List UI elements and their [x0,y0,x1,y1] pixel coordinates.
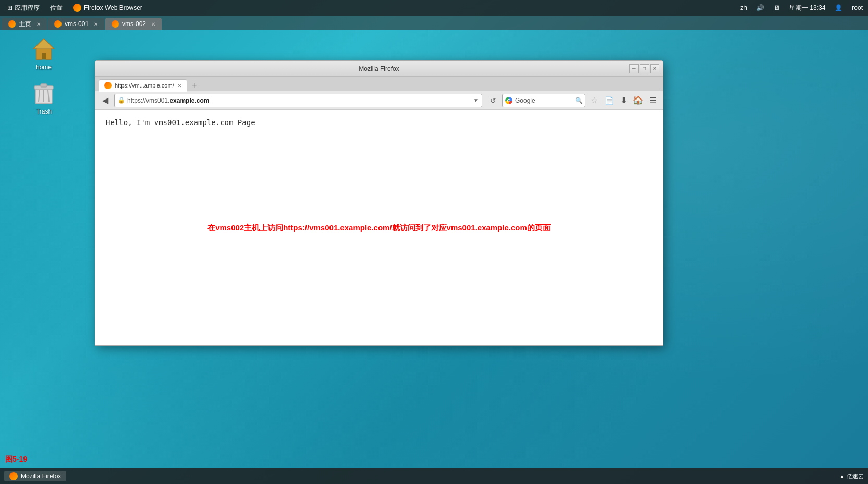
yidianyun-label: 亿速云 [847,473,864,480]
os-tab-vms002[interactable]: vms-002 ✕ [105,18,162,30]
os-tabs-bar: 主页 ✕ vms-001 ✕ vms-002 ✕ [0,16,868,30]
search-bar[interactable]: G Google 🔍 [502,94,585,107]
google-icon: G [505,97,512,104]
address-dropdown-icon[interactable]: ▼ [473,97,479,103]
page-hello-text: Hello, I'm vms001.example.com Page [106,118,652,127]
search-input-text: Google [515,97,573,104]
browser-tabs-bar: https://vm...ample.com/ ✕ + [95,77,663,91]
os-tab-vms001-close[interactable]: ✕ [94,21,98,27]
window-maximize-button[interactable]: □ [640,64,649,73]
svg-rect-5 [41,84,47,87]
browser-tab-label: https://vm...ample.com/ [115,82,174,89]
browser-tab-favicon [104,82,112,89]
lang-indicator[interactable]: zh [738,4,749,11]
location-menu-button[interactable]: 位置 [46,3,67,14]
taskbar-top-right: zh 🔊 🖥 星期一 13:34 👤 root [738,4,865,13]
browser-tab-close[interactable]: ✕ [177,83,181,89]
page-annotation-text: 在vms002主机上访问https://vms001.example.com/就… [207,223,551,233]
download-button[interactable]: ⬇ [617,94,630,107]
menu-button[interactable]: ☰ [646,94,659,107]
new-tab-button[interactable]: + [188,80,201,91]
yidianyun-symbol: ▲ [839,473,845,479]
taskbar-firefox-label: Firefox Web Browser [84,4,142,11]
address-domain: example.com [169,97,209,104]
address-text: https://vms001.example.com [127,97,471,104]
taskbar-top: ⊞ 应用程序 位置 Firefox Web Browser zh 🔊 🖥 星期一… [0,0,868,16]
browser-titlebar: Mozilla Firefox ─ □ ✕ [95,61,663,77]
bookmark-star-button[interactable]: ☆ [588,94,601,107]
os-tab-vms002-icon [112,20,119,28]
home-button[interactable]: 🏠 [631,94,645,107]
browser-window: Mozilla Firefox ─ □ ✕ https://vm...ample… [95,60,663,346]
window-close-button[interactable]: ✕ [650,64,659,73]
os-tab-home-close[interactable]: ✕ [36,21,41,27]
os-tab-home-label: 主页 [19,20,31,29]
taskbar-bottom-right: ▲ 亿速云 [839,473,864,480]
os-tab-vms001-label: vms-001 [65,20,89,28]
taskbar-top-left: ⊞ 应用程序 位置 Firefox Web Browser [3,3,738,14]
search-button[interactable]: 🔍 [575,97,583,104]
address-bar[interactable]: 🔒 https://vms001.example.com ▼ [114,94,482,107]
ssl-lock-icon: 🔒 [118,97,125,104]
home-icon-label: home [36,64,52,71]
os-tab-vms001[interactable]: vms-001 ✕ [48,18,104,30]
username-label: root [850,4,865,11]
reload-button[interactable]: ↺ [486,94,500,107]
desktop-icon-trash[interactable]: Trash [23,81,65,115]
taskbar-firefox-app[interactable]: Firefox Web Browser [69,3,146,13]
apps-icon: ⊞ [7,4,13,11]
browser-tab-active[interactable]: https://vm...ample.com/ ✕ [99,79,187,92]
app-menu-label: 应用程序 [15,4,40,13]
taskbar-bottom-firefox-icon [9,472,18,480]
back-button[interactable]: ◀ [99,94,112,107]
os-tab-vms002-close[interactable]: ✕ [151,21,155,27]
os-tab-home-icon [8,20,16,28]
taskbar-bottom-left: Mozilla Firefox [4,471,66,481]
trash-icon-label: Trash [36,108,52,115]
taskbar-bottom: Mozilla Firefox ▲ 亿速云 [0,468,868,484]
browser-window-controls: ─ □ ✕ [629,64,659,73]
home-folder-icon [31,36,56,61]
network-icon[interactable]: 🖥 [772,4,782,11]
svg-rect-2 [42,53,46,59]
toolbar-right-buttons: ☆ 📄 ⬇ 🏠 ☰ [588,94,659,107]
taskbar-bottom-firefox-label: Mozilla Firefox [21,473,61,480]
os-tab-vms002-label: vms-002 [122,20,146,28]
search-engine-icon: G [505,96,513,105]
figure-label: 图5-19 [5,455,27,464]
address-prefix: https://vms001. [127,97,169,104]
datetime-label: 星期一 13:34 [787,4,827,13]
user-icon: 👤 [833,4,845,11]
browser-content: Hello, I'm vms001.example.com Page 在vms0… [95,110,663,345]
app-menu-button[interactable]: ⊞ 应用程序 [3,3,44,14]
volume-icon[interactable]: 🔊 [754,4,766,11]
window-minimize-button[interactable]: ─ [629,64,639,73]
desktop-icon-home[interactable]: home [23,36,65,71]
reader-mode-button[interactable]: 📄 [602,94,616,107]
location-label: 位置 [50,4,63,11]
os-tab-home[interactable]: 主页 ✕ [2,18,47,30]
trash-can-icon [31,81,56,106]
browser-toolbar: ◀ 🔒 https://vms001.example.com ▼ ↺ G Goo… [95,91,663,110]
yidianyun-logo: ▲ 亿速云 [839,473,864,480]
browser-title-text: Mozilla Firefox [359,65,399,72]
os-tab-vms001-icon [54,20,62,28]
taskbar-firefox-button[interactable]: Mozilla Firefox [4,471,66,481]
firefox-icon [73,4,81,12]
